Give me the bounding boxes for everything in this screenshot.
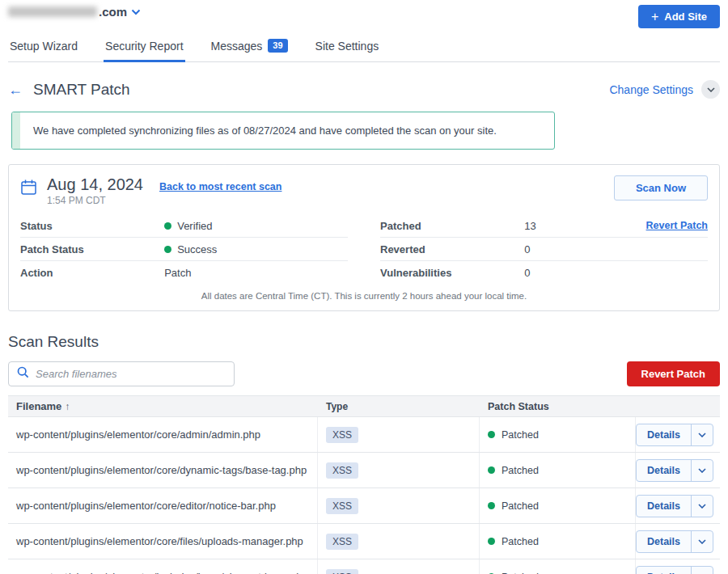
vulnerability-type-badge: XSS — [326, 462, 358, 479]
results-toolbar: Revert Patch — [8, 361, 720, 386]
row-filename: wp-content/plugins/elementor/core/editor… — [8, 500, 317, 512]
page-title: SMART Patch — [33, 81, 130, 99]
details-dropdown-toggle[interactable] — [691, 531, 713, 552]
tab-setup-wizard[interactable]: Setup Wizard — [8, 32, 79, 62]
search-input[interactable] — [36, 368, 226, 380]
scan-results-table: Filename↑ Type Patch Status wp-content/p… — [8, 395, 720, 574]
chevron-down-icon — [698, 468, 706, 473]
details-button[interactable]: Details — [637, 496, 691, 517]
table-row: wp-content/plugins/elementor/core/dynami… — [8, 453, 720, 488]
banner-accent-stripe — [12, 112, 20, 149]
row-patch-status: Patched — [502, 465, 539, 476]
details-button[interactable]: Details — [637, 567, 691, 574]
row-filename: wp-content/plugins/elementor/core/dynami… — [8, 464, 317, 476]
column-header-patch-status[interactable]: Patch Status — [479, 396, 635, 416]
timezone-note: All dates are Central Time (CT). This is… — [9, 285, 719, 310]
plus-icon: + — [651, 11, 658, 23]
details-button[interactable]: Details — [637, 531, 691, 552]
revert-patch-button[interactable]: Revert Patch — [627, 361, 720, 386]
vulnerability-type-badge: XSS — [326, 427, 358, 443]
search-box — [8, 361, 235, 386]
back-arrow-icon[interactable]: ← — [8, 82, 23, 97]
site-domain-suffix: .com — [99, 5, 127, 19]
scan-now-button[interactable]: Scan Now — [614, 175, 708, 200]
row-patch-status: Patched — [502, 500, 539, 512]
site-selector[interactable]: .com — [8, 5, 141, 19]
details-split-button[interactable]: Details — [636, 424, 713, 446]
calendar-icon — [20, 179, 37, 199]
row-filename: wp-content/plugins/elementor/core/files/… — [8, 535, 317, 547]
status-dot-green — [164, 222, 171, 230]
page: .com + Add Site Setup Wizard Security Re… — [0, 0, 728, 574]
scan-summary-card: Aug 14, 2024 1:54 PM CDT Back to most re… — [8, 164, 720, 311]
chevron-down-icon — [698, 433, 706, 437]
table-row: wp-content/plugins/elementor/core/admin/… — [8, 417, 720, 453]
change-settings-link[interactable]: Change Settings — [609, 83, 693, 96]
messages-count-badge: 39 — [268, 39, 287, 53]
chevron-down-icon — [707, 87, 715, 92]
details-split-button[interactable]: Details — [636, 566, 713, 574]
details-button[interactable]: Details — [637, 424, 691, 445]
reverted-row: Reverted 0 — [380, 238, 708, 261]
add-site-label: Add Site — [664, 11, 707, 23]
back-to-recent-scan-link[interactable]: Back to most recent scan — [159, 181, 281, 192]
tab-site-settings[interactable]: Site Settings — [314, 32, 381, 62]
row-filename: wp-content/plugins/elementor/includes/ba… — [8, 571, 317, 574]
sort-ascending-icon: ↑ — [65, 401, 70, 412]
patched-row: Patched 13 Revert Patch — [380, 214, 708, 238]
add-site-button[interactable]: + Add Site — [638, 5, 720, 28]
scan-date: Aug 14, 2024 — [47, 175, 143, 193]
scan-time: 1:54 PM CDT — [47, 195, 143, 206]
site-domain-redacted — [8, 6, 97, 17]
details-dropdown-toggle[interactable] — [691, 460, 713, 481]
revert-patch-link[interactable]: Revert Patch — [646, 220, 708, 231]
tab-security-report[interactable]: Security Report — [104, 32, 184, 62]
table-row: wp-content/plugins/elementor/includes/ba… — [8, 559, 720, 574]
chevron-down-icon — [698, 504, 706, 509]
status-dot-green — [164, 246, 171, 253]
details-button[interactable]: Details — [637, 460, 691, 481]
vulnerability-type-badge: XSS — [326, 498, 358, 514]
status-dot-green — [488, 466, 495, 474]
chevron-down-icon — [698, 539, 706, 544]
scan-results-title: Scan Results — [8, 333, 720, 351]
tab-bar: Setup Wizard Security Report Messages 39… — [8, 32, 720, 62]
top-header: .com + Add Site — [8, 0, 720, 29]
vulnerability-type-badge: XSS — [326, 534, 358, 550]
action-row: Action Patch — [20, 261, 348, 285]
details-dropdown-toggle[interactable] — [691, 496, 713, 517]
column-header-type[interactable]: Type — [317, 396, 479, 416]
details-dropdown-toggle[interactable] — [691, 567, 713, 574]
chevron-down-icon — [131, 9, 141, 15]
row-patch-status: Patched — [502, 429, 539, 441]
table-row: wp-content/plugins/elementor/core/editor… — [8, 488, 720, 524]
tab-messages[interactable]: Messages 39 — [210, 32, 290, 62]
status-dot-green — [488, 502, 495, 509]
row-patch-status: Patched — [502, 536, 539, 547]
vulnerability-type-badge: XSS — [326, 569, 358, 574]
search-icon — [17, 366, 29, 382]
details-split-button[interactable]: Details — [636, 530, 713, 553]
details-split-button[interactable]: Details — [636, 495, 713, 517]
column-header-filename[interactable]: Filename↑ — [8, 400, 317, 412]
sync-status-banner: We have completed synchronizing files as… — [11, 112, 555, 150]
table-header: Filename↑ Type Patch Status — [8, 396, 720, 417]
status-dot-green — [488, 431, 495, 438]
patch-status-row: Patch Status Success — [20, 238, 348, 261]
table-row: wp-content/plugins/elementor/core/files/… — [8, 524, 720, 559]
row-filename: wp-content/plugins/elementor/core/admin/… — [8, 428, 317, 441]
status-row: Status Verified — [20, 214, 348, 238]
banner-message: We have completed synchronizing files as… — [20, 112, 510, 149]
collapse-toggle-button[interactable] — [701, 80, 720, 99]
scan-detail-right-column: Patched 13 Revert Patch Reverted 0 Vulne… — [380, 214, 708, 285]
page-header: ← SMART Patch Change Settings — [8, 80, 720, 99]
details-dropdown-toggle[interactable] — [691, 424, 713, 445]
scan-detail-left-column: Status Verified Patch Status Success Act… — [20, 214, 348, 285]
vulnerabilities-row: Vulnerabilities 0 — [380, 261, 708, 285]
column-header-actions — [635, 396, 720, 416]
status-dot-green — [488, 538, 495, 545]
details-split-button[interactable]: Details — [636, 459, 713, 482]
